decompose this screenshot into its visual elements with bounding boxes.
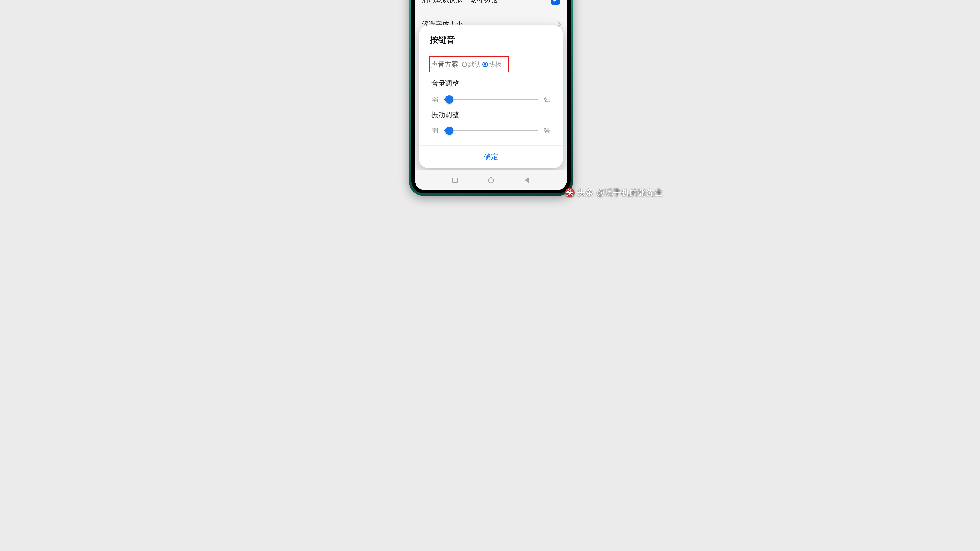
volume-slider-row: 弱 强: [430, 95, 552, 103]
watermark-handle: @玩手机的张先生: [596, 187, 663, 198]
phone-frame: 启用默认皮肤上划符功能 候选字体大小 按键音 声音方案: [409, 0, 573, 196]
vibration-section: 振动调整 弱 强: [430, 110, 552, 135]
vibration-slider-row: 弱 强: [430, 127, 552, 135]
settings-row-swipe-symbol[interactable]: 启用默认皮肤上划符功能: [422, 0, 560, 13]
volume-slider[interactable]: [444, 99, 538, 100]
sound-scheme-radio-group: 默认 快板: [462, 60, 501, 69]
watermark-brand: 头条: [577, 187, 593, 198]
sound-scheme-label: 声音方案: [431, 60, 458, 69]
vibration-slider-thumb[interactable]: [445, 127, 453, 135]
radio-kuaiban[interactable]: 快板: [482, 60, 501, 69]
nav-back-icon[interactable]: [523, 177, 530, 184]
phone-screen: 启用默认皮肤上划符功能 候选字体大小 按键音 声音方案: [415, 0, 567, 190]
volume-section: 音量调整 弱 强: [430, 79, 552, 103]
radio-default[interactable]: 默认: [462, 60, 481, 69]
confirm-button[interactable]: 确定: [484, 152, 498, 162]
settings-row-label: 启用默认皮肤上划符功能: [422, 0, 497, 5]
volume-min-label: 弱: [431, 95, 439, 103]
vibration-slider[interactable]: [444, 130, 538, 131]
volume-slider-thumb[interactable]: [445, 95, 453, 103]
vibration-max-label: 强: [543, 127, 550, 135]
checkbox-checked-icon[interactable]: [550, 0, 560, 5]
dialog-title: 按键音: [430, 34, 552, 46]
nav-recent-icon[interactable]: [452, 177, 458, 184]
stage: 启用默认皮肤上划符功能 候选字体大小 按键音 声音方案: [312, 0, 668, 200]
vibration-title: 振动调整: [430, 110, 552, 119]
android-navbar: [415, 170, 567, 190]
keypress-sound-dialog: 按键音 声音方案 默认 快板: [419, 25, 563, 168]
radio-icon: [462, 62, 467, 67]
phone-inner-frame: 启用默认皮肤上划符功能 候选字体大小 按键音 声音方案: [411, 0, 571, 194]
vibration-min-label: 弱: [431, 127, 439, 135]
radio-label: 默认: [468, 60, 481, 69]
sound-scheme-highlight: 声音方案 默认 快板: [429, 56, 509, 73]
dialog-footer: 确定: [419, 146, 563, 168]
radio-label: 快板: [489, 60, 501, 69]
volume-max-label: 强: [543, 95, 550, 103]
watermark-logo-icon: 头: [565, 188, 574, 197]
volume-title: 音量调整: [430, 79, 552, 88]
watermark: 头 头条 @玩手机的张先生: [565, 187, 663, 198]
nav-home-icon[interactable]: [488, 177, 495, 184]
checkmark-icon: [552, 0, 558, 3]
radio-icon: [482, 62, 488, 67]
